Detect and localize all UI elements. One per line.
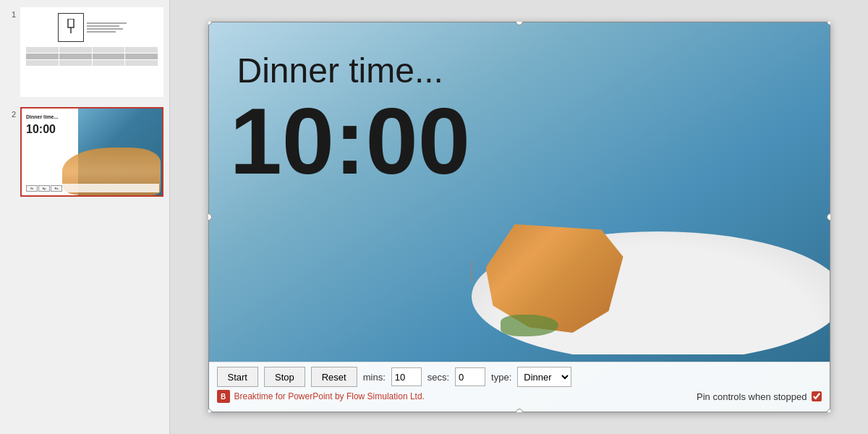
thumb1-text-lines xyxy=(87,13,127,42)
slide-thumbnail-1[interactable]: 1 xyxy=(4,6,165,98)
food-overlay xyxy=(457,101,830,354)
food-visual xyxy=(457,101,830,354)
stop-button[interactable]: Stop xyxy=(264,367,305,387)
pin-label: Pin controls when stopped xyxy=(697,391,807,402)
brand-icon: B xyxy=(217,390,230,403)
handle-mid-right[interactable] xyxy=(827,213,830,221)
slide-canvas: Dinner time... 10:00 Start Stop Reset mi… xyxy=(208,22,830,412)
slide-time-display: 10:00 xyxy=(230,94,471,188)
thumb1-table xyxy=(26,47,158,66)
type-label: type: xyxy=(491,372,511,383)
fork-visual xyxy=(457,260,486,347)
main-canvas-area: Dinner time... 10:00 Start Stop Reset mi… xyxy=(170,0,868,434)
pin-checkbox[interactable] xyxy=(812,391,822,401)
mins-input[interactable] xyxy=(391,367,422,386)
secs-input[interactable] xyxy=(455,367,485,386)
thumb-wrapper-2[interactable]: Dinner time... 10:00 St Sp Rs xyxy=(20,107,163,197)
controls-row-main: Start Stop Reset mins: secs: type: Dinne… xyxy=(217,367,822,387)
controls-bar: Start Stop Reset mins: secs: type: Dinne… xyxy=(208,362,830,412)
food-garnish xyxy=(501,315,558,336)
slide-number-1: 1 xyxy=(6,10,16,19)
handle-bottom-right[interactable] xyxy=(827,409,830,412)
svg-rect-0 xyxy=(68,19,74,27)
slide-title: Dinner time... xyxy=(237,51,443,90)
brand-text: Breaktime for PowerPoint by Flow Simulat… xyxy=(234,391,425,401)
secs-label: secs: xyxy=(427,372,449,383)
slide-thumbnail-2[interactable]: 2 Dinner time... 10:00 St Sp Rs xyxy=(4,106,165,198)
start-button[interactable]: Start xyxy=(217,367,258,387)
handle-bottom-center[interactable] xyxy=(516,409,523,412)
reset-button[interactable]: Reset xyxy=(311,367,357,387)
thumb2-title: Dinner time... xyxy=(26,114,58,119)
thumb2-controls-bar: St Sp Rs xyxy=(25,184,159,192)
handle-bottom-left[interactable] xyxy=(208,409,212,412)
thumb2-time: 10:00 xyxy=(26,123,56,136)
thumb1-diagram xyxy=(58,13,84,42)
thumb-inner-2: Dinner time... 10:00 St Sp Rs xyxy=(22,109,162,195)
controls-row-brand: B Breaktime for PowerPoint by Flow Simul… xyxy=(217,390,822,403)
thumb-wrapper-1[interactable] xyxy=(20,7,163,97)
thumb-inner-1 xyxy=(22,9,162,95)
slide-number-2: 2 xyxy=(6,110,16,119)
type-select[interactable]: Dinner Lunch Break Custom xyxy=(517,367,571,387)
slide-panel: 1 xyxy=(0,0,170,434)
mins-label: mins: xyxy=(363,372,386,383)
